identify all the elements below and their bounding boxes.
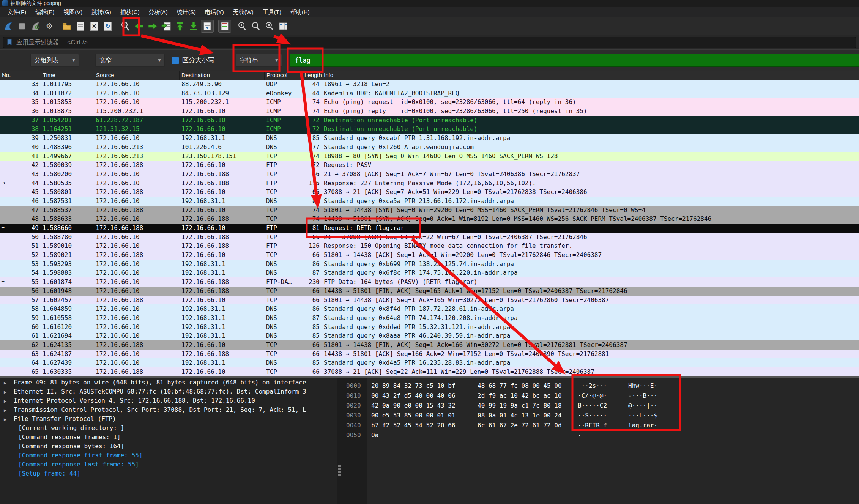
packet-row[interactable]: 571.602457172.16.66.188172.16.66.10TCP66… — [0, 296, 859, 305]
hex-row[interactable]: 001000 43 2f d5 40 00 40 062d f9 ac 10 4… — [342, 391, 859, 401]
resize-columns-button[interactable] — [277, 20, 290, 33]
detail-line[interactable]: [Current working directory: ] — [0, 424, 337, 433]
stop-capture-button[interactable] — [16, 20, 28, 33]
open-file-button[interactable] — [60, 20, 73, 33]
packet-row[interactable]: 481.588633172.16.66.10172.16.66.188TCP74… — [0, 214, 859, 224]
expand-triangle-icon[interactable]: ▶ — [0, 378, 14, 387]
close-file-button[interactable]: ✕ — [88, 20, 101, 33]
detail-link[interactable]: [Command response last frame: 55] — [0, 460, 337, 469]
search-domain-select[interactable]: 分组列表 ▼ — [30, 54, 79, 67]
case-sensitive-checkbox[interactable] — [172, 57, 179, 64]
menu-item-9[interactable]: 无线(W) — [229, 7, 258, 17]
menu-item-7[interactable]: 统计(S) — [172, 7, 200, 17]
detail-link[interactable]: [Command response first frame: 55] — [0, 451, 337, 460]
menu-item-8[interactable]: 电话(Y) — [200, 7, 229, 17]
packet-row[interactable]: 351.015853172.16.66.10115.200.232.1ICMP7… — [0, 98, 859, 107]
zoom-in-button[interactable] — [236, 20, 249, 33]
packet-row[interactable]: 341.011872172.16.66.1084.73.103.129eDonk… — [0, 89, 859, 98]
packet-row[interactable]: 331.011795172.16.66.1088.249.5.90UDP4418… — [0, 80, 859, 89]
packet-row[interactable]: 391.250831172.16.66.10192.168.31.1DNS85S… — [0, 134, 859, 143]
detail-link[interactable]: [Setup frame: 44] — [0, 469, 337, 478]
packet-row[interactable]: 551.601874172.16.66.10172.16.66.188FTP-D… — [0, 277, 859, 287]
hex-row[interactable]: 003000 e5 53 85 00 00 01 0108 0a 01 4c 1… — [342, 411, 859, 421]
menu-item-2[interactable]: 编辑(E) — [31, 7, 59, 17]
find-packet-button[interactable] — [119, 20, 132, 33]
save-file-button[interactable] — [74, 20, 87, 33]
menu-item-1[interactable]: 文件(F) — [3, 7, 31, 17]
search-charset-select[interactable]: 宽窄 ▼ — [95, 54, 165, 67]
menu-item-5[interactable]: 捕获(C) — [116, 7, 144, 17]
column-header-protocol[interactable]: Protocol — [265, 71, 303, 80]
capture-options-button[interactable]: ⚙ — [43, 20, 56, 33]
packet-row[interactable]: 541.598883172.16.66.10192.168.31.1DNS87S… — [0, 268, 859, 277]
menu-item-10[interactable]: 工具(T) — [258, 7, 286, 17]
packet-row[interactable]: 501.588780172.16.66.10172.16.66.188TCP66… — [0, 233, 859, 242]
colorize-toggle[interactable] — [218, 20, 231, 33]
packet-row[interactable]: 421.580039172.16.66.188172.16.66.10FTP72… — [0, 161, 859, 170]
packet-row[interactable]: 611.621694172.16.66.10192.168.31.1DNS85S… — [0, 331, 859, 340]
hex-row[interactable]: 00500a· — [342, 430, 859, 440]
detail-line[interactable]: ▶Internet Protocol Version 4, Src: 172.1… — [0, 396, 337, 405]
zoom-reset-button[interactable] — [263, 20, 276, 33]
packet-row[interactable]: 411.499667172.16.66.213123.150.178.151TC… — [0, 152, 859, 161]
packet-row[interactable]: 631.624187172.16.66.10172.16.66.188TCP66… — [0, 350, 859, 359]
packet-row[interactable]: 651.630335172.16.66.188172.16.66.10TCP66… — [0, 367, 859, 376]
menu-item-6[interactable]: 分析(A) — [144, 7, 172, 17]
hex-row[interactable]: 0040b7 f2 52 45 54 52 20 666c 61 67 2e 7… — [342, 421, 859, 430]
search-query-input[interactable]: flag — [290, 54, 859, 67]
column-header-no[interactable]: No. — [0, 71, 41, 80]
packet-row[interactable]: 461.587531172.16.66.10192.168.31.1DNS87S… — [0, 197, 859, 206]
column-header-time[interactable]: Time — [41, 71, 94, 80]
reload-file-button[interactable]: ↻ — [101, 20, 114, 33]
packet-row[interactable]: 381.164251121.31.32.15172.16.66.10ICMP72… — [0, 124, 859, 134]
go-last-packet-button[interactable] — [187, 20, 200, 33]
display-filter-input[interactable]: 应用显示过滤器 ... <Ctrl-/> — [3, 37, 856, 48]
restart-capture-button[interactable] — [29, 20, 42, 33]
packet-row[interactable]: 531.593293172.16.66.10192.168.31.1DNS86S… — [0, 260, 859, 269]
packet-row[interactable]: 441.580535172.16.66.10172.16.66.188FTP11… — [0, 179, 859, 188]
packet-row[interactable]: 521.589021172.16.66.188172.16.66.10TCP66… — [0, 250, 859, 260]
packet-row[interactable]: 401.488396172.16.66.213101.226.4.6DNS77S… — [0, 143, 859, 152]
packet-row[interactable]: 601.616120172.16.66.10192.168.31.1DNS85S… — [0, 323, 859, 332]
detail-line[interactable]: [Command response bytes: 164] — [0, 442, 337, 451]
expand-triangle-icon[interactable]: ▶ — [0, 406, 14, 414]
column-header-info[interactable]: Info — [322, 71, 859, 80]
packet-row[interactable]: 451.580801172.16.66.188172.16.66.10TCP66… — [0, 187, 859, 197]
detail-line[interactable]: [Command response frames: 1] — [0, 433, 337, 442]
detail-line[interactable]: ▶Frame 49: 81 bytes on wire (648 bits), … — [0, 378, 337, 387]
go-back-button[interactable] — [132, 20, 145, 33]
column-header-length[interactable]: Length — [303, 71, 322, 80]
menu-item-3[interactable]: 视图(V) — [59, 7, 87, 17]
go-to-packet-button[interactable] — [160, 20, 173, 33]
packet-row[interactable]: 491.588660172.16.66.188172.16.66.10FTP81… — [0, 224, 859, 233]
packet-row[interactable]: 361.018875115.200.232.1172.16.66.10ICMP7… — [0, 107, 859, 116]
packet-row[interactable]: 431.580200172.16.66.10172.16.66.188TCP66… — [0, 170, 859, 179]
packet-row[interactable]: 371.05420161.228.72.187172.16.66.10ICMP7… — [0, 116, 859, 125]
menu-item-11[interactable]: 帮助(H) — [286, 7, 314, 17]
menu-item-4[interactable]: 跳转(G) — [87, 7, 116, 17]
zoom-out-button[interactable] — [249, 20, 262, 33]
expand-triangle-icon[interactable]: ▶ — [0, 387, 14, 396]
start-capture-button[interactable] — [2, 20, 15, 33]
packet-row[interactable]: 641.627439172.16.66.10192.168.31.1DNS85S… — [0, 358, 859, 367]
search-type-select[interactable]: 字符串 ▼ — [236, 54, 282, 67]
column-header-destination[interactable]: Destination — [180, 71, 265, 80]
hex-row[interactable]: 000020 89 84 32 73 c5 10 bf48 68 77 fc 0… — [342, 381, 859, 391]
expand-triangle-icon[interactable]: ▶ — [0, 397, 14, 405]
go-forward-button[interactable] — [146, 20, 159, 33]
packet-row[interactable]: 511.589010172.16.66.10172.16.66.188FTP12… — [0, 241, 859, 250]
packet-row[interactable]: 591.610558172.16.66.10192.168.31.1DNS87S… — [0, 313, 859, 323]
detail-line[interactable]: ▶Ethernet II, Src: ASUSTekCOMPU_68:77:fc… — [0, 387, 337, 396]
expand-triangle-icon[interactable]: ▶ — [0, 415, 14, 424]
hex-row[interactable]: 002042 0a 90 e0 00 15 43 3240 99 19 9a c… — [342, 401, 859, 411]
autoscroll-toggle[interactable] — [201, 20, 214, 33]
details-scrollbar[interactable] — [337, 378, 342, 504]
go-first-packet-button[interactable] — [173, 20, 186, 33]
packet-row[interactable]: 471.588537172.16.66.188172.16.66.10TCP74… — [0, 206, 859, 215]
packet-row[interactable]: 581.604859172.16.66.10192.168.31.1DNS86S… — [0, 304, 859, 313]
detail-line[interactable]: ▶Transmission Control Protocol, Src Port… — [0, 405, 337, 414]
packet-row[interactable]: 621.624135172.16.66.188172.16.66.10TCP66… — [0, 340, 859, 350]
packet-row[interactable]: 561.601948172.16.66.10172.16.66.188TCP66… — [0, 287, 859, 296]
detail-line[interactable]: ▶File Transfer Protocol (FTP) — [0, 414, 337, 424]
column-header-source[interactable]: Source — [94, 71, 180, 80]
